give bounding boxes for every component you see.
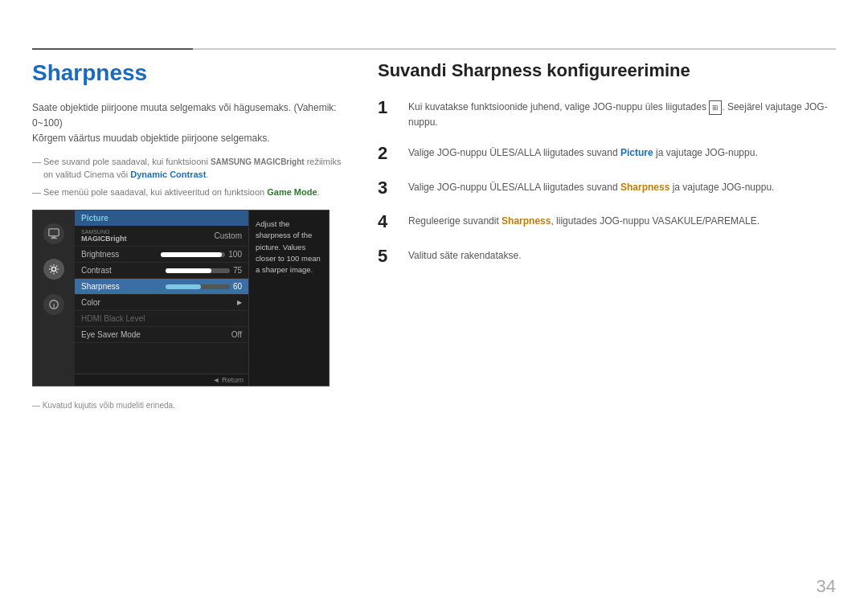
brightness-slider [161, 252, 225, 257]
tv-sidebar: i [33, 210, 75, 386]
svg-rect-0 [49, 229, 59, 236]
jog-icon: ⊞ [709, 100, 722, 115]
tv-bottom-bar: ◄ Return [75, 374, 248, 386]
step-3-text: Valige JOG-nuppu ÜLES/ALLA liigutades su… [408, 178, 774, 195]
svg-text:i: i [53, 302, 55, 309]
tv-ui-mockup: i Picture SAMSUNG MAGICBright Custom [32, 210, 330, 386]
section-title: Sharpness [32, 60, 346, 86]
note-1: See suvand pole saadaval, kui funktsioon… [32, 155, 346, 182]
steps-list: 1 Kui kuvatakse funktsioonide juhend, va… [378, 97, 836, 267]
tv-menu-item-sharpness: Sharpness 60 [75, 279, 248, 295]
page-number: 34 [817, 576, 836, 597]
svg-rect-2 [51, 238, 58, 239]
description-1: Saate objektide piirjoone muuta selgemak… [32, 100, 346, 147]
contrast-slider [166, 268, 230, 273]
step-2-text: Valige JOG-nuppu ÜLES/ALLA liigutades su… [408, 143, 758, 161]
tv-icon-monitor [43, 223, 64, 244]
left-column: Sharpness Saate objektide piirjoone muut… [32, 60, 346, 581]
page-content: Sharpness Saate objektide piirjoone muut… [32, 60, 836, 581]
right-title: Suvandi Sharpness konfigureerimine [378, 60, 836, 81]
tv-menu-header: Picture [75, 210, 248, 226]
tv-menu-item-contrast: Contrast 75 [75, 263, 248, 279]
note-2: See menüü pole saadaval, kui aktiveeritu… [32, 186, 346, 199]
tv-icon-info: i [43, 294, 64, 315]
tv-menu-item-hdmi: HDMI Black Level [75, 311, 248, 327]
tv-menu-area: Picture SAMSUNG MAGICBright Custom Brigh… [75, 210, 248, 386]
step-4-number: 4 [378, 211, 397, 232]
tv-menu-item-brightness: Brightness 100 [75, 247, 248, 263]
tv-menu-item-magicbright: SAMSUNG MAGICBright Custom [75, 226, 248, 247]
step-3: 3 Valige JOG-nuppu ÜLES/ALLA liigutades … [378, 178, 836, 198]
tv-description: Adjust the sharpness of the picture. Val… [248, 210, 329, 386]
step-1-text: Kui kuvatakse funktsioonide juhend, vali… [408, 97, 836, 130]
step-4-text: Reguleerige suvandit Sharpness, liigutad… [408, 211, 760, 229]
footnote: Kuvatud kujutis võib mudeliti erineda. [32, 401, 346, 410]
top-divider-accent [32, 48, 193, 50]
step-5: 5 Valitud säte rakendatakse. [378, 246, 836, 267]
step-1: 1 Kui kuvatakse funktsioonide juhend, va… [378, 97, 836, 130]
step-4: 4 Reguleerige suvandit Sharpness, liigut… [378, 211, 836, 232]
tv-menu-item-color: Color ▶ [75, 295, 248, 311]
tv-menu: Picture SAMSUNG MAGICBright Custom Brigh… [75, 210, 248, 374]
svg-point-3 [51, 267, 55, 271]
brightness-fill [161, 252, 222, 257]
right-column: Suvandi Sharpness konfigureerimine 1 Kui… [378, 60, 836, 581]
step-5-text: Valitud säte rakendatakse. [408, 246, 522, 264]
return-label: ◄ Return [213, 376, 244, 384]
tv-menu-item-eyesaver: Eye Saver Mode Off [75, 327, 248, 343]
step-3-number: 3 [378, 178, 397, 198]
sharpness-slider [166, 284, 230, 289]
step-1-number: 1 [378, 97, 397, 118]
step-2-number: 2 [378, 143, 397, 164]
step-5-number: 5 [378, 246, 397, 267]
step-2: 2 Valige JOG-nuppu ÜLES/ALLA liigutades … [378, 143, 836, 164]
svg-rect-1 [51, 237, 55, 239]
tv-icon-settings [43, 259, 64, 280]
sharpness-fill [166, 284, 201, 289]
contrast-fill [166, 268, 212, 273]
